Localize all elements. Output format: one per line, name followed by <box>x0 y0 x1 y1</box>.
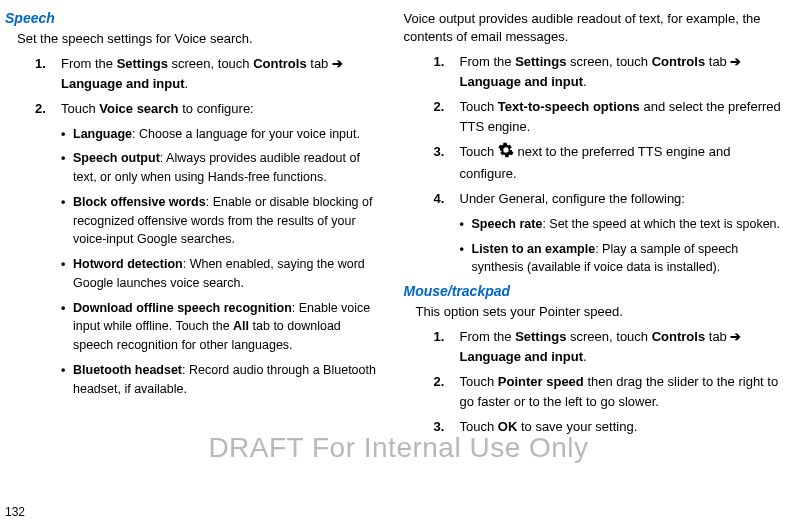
step-text: Touch Text-to-speech options and select … <box>460 97 783 136</box>
list-item: 2. Touch Text-to-speech options and sele… <box>434 97 783 136</box>
step-number: 3. <box>434 417 460 437</box>
step-number: 1. <box>434 52 460 91</box>
list-item: 4. Under General, configure the followin… <box>434 189 783 209</box>
step-text: Touch next to the preferred TTS engine a… <box>460 142 783 183</box>
left-column: Speech Set the speech settings for Voice… <box>5 10 384 443</box>
voice-output-steps: 1. From the Settings screen, touch Contr… <box>434 52 783 209</box>
gear-icon <box>498 142 514 164</box>
mouse-intro: This option sets your Pointer speed. <box>416 303 783 321</box>
list-item: Speech rate: Set the speed at which the … <box>460 215 783 234</box>
step-number: 2. <box>434 372 460 411</box>
step-number: 1. <box>434 327 460 366</box>
voice-output-bullets: Speech rate: Set the speed at which the … <box>460 215 783 277</box>
list-item: 1. From the Settings screen, touch Contr… <box>35 54 384 93</box>
list-item: Hotword detection: When enabled, saying … <box>61 255 384 293</box>
step-text: Touch Voice search to configure: <box>61 99 384 119</box>
step-number: 1. <box>35 54 61 93</box>
list-item: 3. Touch OK to save your setting. <box>434 417 783 437</box>
list-item: 1. From the Settings screen, touch Contr… <box>434 52 783 91</box>
step-text: From the Settings screen, touch Controls… <box>460 327 783 366</box>
mouse-steps: 1. From the Settings screen, touch Contr… <box>434 327 783 437</box>
speech-intro: Set the speech settings for Voice search… <box>17 30 384 48</box>
speech-heading: Speech <box>5 10 384 26</box>
right-column: Voice output provides audible readout of… <box>404 10 783 443</box>
step-number: 2. <box>35 99 61 119</box>
speech-steps: 1. From the Settings screen, touch Contr… <box>35 54 384 119</box>
step-text: From the Settings screen, touch Controls… <box>61 54 384 93</box>
step-text: Touch Pointer speed then drag the slider… <box>460 372 783 411</box>
step-text: From the Settings screen, touch Controls… <box>460 52 783 91</box>
list-item: Listen to an example: Play a sample of s… <box>460 240 783 278</box>
list-item: Block offensive words: Enable or disable… <box>61 193 384 249</box>
list-item: 1. From the Settings screen, touch Contr… <box>434 327 783 366</box>
step-text: Under General, configure the following: <box>460 189 783 209</box>
list-item: 2. Touch Voice search to configure: <box>35 99 384 119</box>
list-item: Language: Choose a language for your voi… <box>61 125 384 144</box>
step-number: 3. <box>434 142 460 183</box>
voice-output-intro: Voice output provides audible readout of… <box>404 10 783 46</box>
page-number: 132 <box>5 505 25 519</box>
mouse-heading: Mouse/trackpad <box>404 283 783 299</box>
list-item: Download offline speech recognition: Ena… <box>61 299 384 355</box>
step-number: 2. <box>434 97 460 136</box>
list-item: Bluetooth headset: Record audio through … <box>61 361 384 399</box>
list-item: Speech output: Always provides audible r… <box>61 149 384 187</box>
speech-bullets: Language: Choose a language for your voi… <box>61 125 384 399</box>
step-text: Touch OK to save your setting. <box>460 417 783 437</box>
step-number: 4. <box>434 189 460 209</box>
list-item: 2. Touch Pointer speed then drag the sli… <box>434 372 783 411</box>
list-item: 3. Touch next to the preferred TTS engin… <box>434 142 783 183</box>
